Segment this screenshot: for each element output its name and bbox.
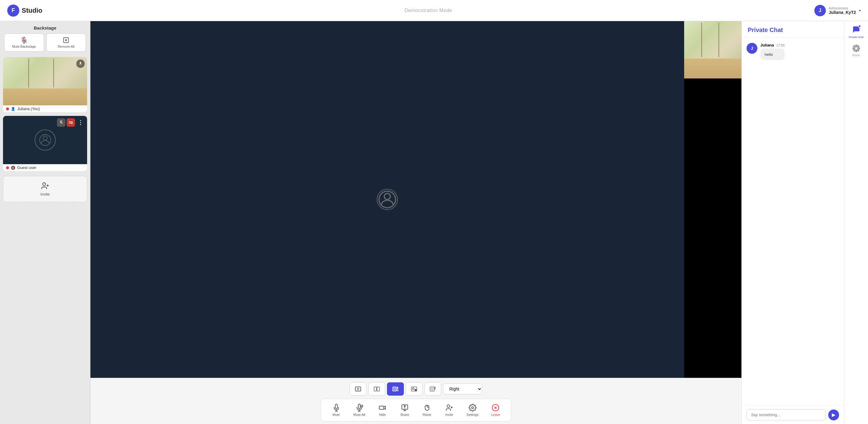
- participant-name-juliana: 👤 Juliana (You): [3, 105, 87, 112]
- main-video-placeholder: [377, 189, 398, 210]
- chat-title: Private Chat: [742, 21, 844, 38]
- mode-label: Demonstration Mode: [404, 8, 452, 13]
- participant-card-juliana[interactable]: 👤 Juliana (You): [3, 57, 87, 112]
- main-video: [90, 21, 684, 378]
- chat-sender-name: Juliana: [761, 43, 774, 47]
- svg-point-29: [431, 388, 433, 390]
- layout-controls: Right Left Top Bottom None: [350, 383, 482, 396]
- svg-point-43: [471, 407, 473, 409]
- layout-screen-btn[interactable]: [424, 383, 441, 396]
- raise-button[interactable]: Raise: [416, 401, 438, 419]
- brand-icon: [852, 44, 861, 53]
- chat-input[interactable]: [747, 409, 826, 420]
- svg-point-40: [447, 405, 450, 407]
- video-off-icon: [69, 120, 73, 124]
- svg-point-47: [855, 47, 858, 50]
- layout-side-icon: [392, 386, 399, 392]
- side-video-preview: [684, 21, 741, 79]
- private-chat-nav[interactable]: Private Chat: [849, 25, 864, 39]
- svg-point-14: [384, 193, 390, 199]
- guest-mute-button[interactable]: [57, 118, 65, 127]
- logo-text: Studio: [22, 7, 42, 15]
- svg-point-55: [858, 46, 859, 47]
- chat-messages: J Juliana 17:06 hello: [742, 38, 844, 405]
- mute-all-icon: [355, 404, 363, 412]
- svg-point-52: [854, 46, 855, 47]
- avatar: J: [814, 5, 826, 16]
- svg-rect-24: [415, 389, 416, 391]
- chat-icon-badge: [852, 25, 861, 34]
- participant-card-guest[interactable]: ⋮ 🔇 Guest user: [3, 116, 87, 171]
- svg-rect-26: [430, 387, 434, 391]
- sidebar-left: Backstage Mute Backstage Remove Al: [0, 21, 90, 424]
- hide-button[interactable]: Hide: [372, 401, 393, 419]
- icon-bar: Private Chat Brand: [844, 21, 868, 424]
- chat-sidebar: Private Chat J Juliana 17:06 hello ▶: [741, 21, 844, 424]
- invite-button[interactable]: Invite: [3, 176, 87, 202]
- svg-rect-27: [435, 387, 435, 388]
- side-video: [684, 21, 741, 378]
- guest-video-button[interactable]: [67, 118, 75, 127]
- invite-action-button[interactable]: Invite: [439, 401, 460, 419]
- chat-timestamp: 17:06: [776, 44, 785, 47]
- layout-pip-btn[interactable]: [406, 383, 423, 396]
- user-placeholder-icon: [35, 130, 56, 150]
- mute-backstage-button[interactable]: Mute Backstage: [4, 33, 44, 52]
- svg-point-34: [361, 405, 363, 407]
- guest-more-button[interactable]: ⋮: [76, 118, 85, 127]
- backstage-title: Backstage: [0, 21, 90, 33]
- svg-point-17: [357, 388, 359, 390]
- header: F Studio Demonstration Mode J Administra…: [0, 0, 868, 21]
- svg-rect-28: [435, 388, 435, 389]
- chat-text: hello: [765, 52, 773, 57]
- chat-input-area: ▶: [742, 405, 844, 424]
- leave-button[interactable]: Leave: [485, 401, 506, 419]
- remove-icon: [63, 37, 69, 44]
- remove-all-button[interactable]: Remove All: [46, 33, 86, 52]
- raise-icon: [423, 404, 431, 412]
- invite-action-icon: [445, 404, 453, 412]
- user-name: Juliana_KyT2: [829, 10, 856, 15]
- logo-icon: F: [7, 4, 19, 17]
- settings-button[interactable]: Settings: [461, 401, 484, 419]
- mute-button[interactable]: Mute: [326, 401, 347, 419]
- svg-rect-20: [393, 387, 396, 391]
- layout-single-btn[interactable]: [350, 383, 367, 396]
- status-dot: [6, 107, 9, 110]
- svg-point-6: [43, 136, 47, 140]
- layout-side-btn[interactable]: [387, 383, 404, 396]
- send-button[interactable]: ▶: [828, 409, 839, 420]
- logo: F Studio: [7, 4, 42, 17]
- settings-icon: [469, 404, 476, 412]
- invite-icon: [41, 182, 50, 190]
- user-role: Administrator: [829, 6, 856, 10]
- svg-point-51: [858, 48, 860, 49]
- layout-position-select[interactable]: Right Left Top Bottom None: [443, 384, 482, 394]
- video-stage: [90, 21, 741, 378]
- svg-point-49: [855, 50, 857, 52]
- chat-avatar-juliana: J: [747, 43, 757, 54]
- svg-point-48: [855, 45, 857, 46]
- svg-rect-35: [379, 406, 384, 409]
- user-menu[interactable]: J Administrator Juliana_KyT2 ▾: [814, 5, 861, 16]
- mute-all-button[interactable]: Mute All: [348, 401, 371, 419]
- participant-video-juliana: [3, 57, 87, 105]
- mute-icon: [21, 37, 27, 44]
- layout-two-icon: [373, 386, 380, 392]
- layout-two-btn[interactable]: [368, 383, 385, 396]
- hide-icon: [378, 404, 386, 412]
- svg-rect-21: [397, 387, 398, 389]
- center-area: Right Left Top Bottom None Mute: [90, 21, 741, 424]
- share-button[interactable]: Share: [394, 401, 415, 419]
- main-layout: Backstage Mute Backstage Remove Al: [0, 21, 868, 424]
- brand-nav[interactable]: Brand: [852, 44, 861, 57]
- layout-single-icon: [355, 386, 361, 392]
- backstage-controls: Mute Backstage Remove All: [0, 33, 90, 55]
- svg-point-11: [42, 183, 45, 186]
- svg-rect-18: [374, 387, 376, 391]
- svg-point-25: [412, 388, 414, 390]
- notification-badge: [858, 25, 861, 28]
- leave-icon: [492, 404, 499, 412]
- layout-pip-icon: [411, 386, 417, 392]
- layout-screen-icon: [430, 386, 436, 392]
